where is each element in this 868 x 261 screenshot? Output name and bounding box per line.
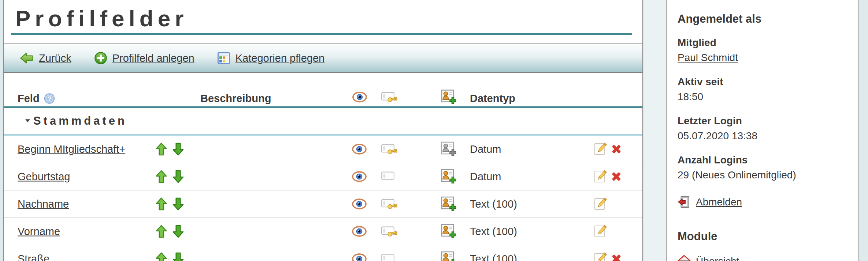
screen: Profilfelder Zurück Profilfeld anlegen K… (0, 0, 868, 261)
help-question-icon[interactable] (44, 93, 55, 104)
main-panel: Profilfelder Zurück Profilfeld anlegen K… (3, 0, 643, 261)
signup-person-add-icon[interactable] (441, 141, 456, 157)
edit-pencil-icon[interactable] (594, 252, 607, 261)
visibility-eye-icon[interactable] (352, 226, 368, 237)
edit-pencil-icon[interactable] (594, 197, 607, 211)
move-arrows (156, 252, 189, 261)
move-down-icon[interactable] (173, 170, 184, 183)
table-header-row: Feld Beschreibung Datentyp (4, 90, 642, 108)
visibility-eye-icon[interactable] (352, 198, 368, 210)
datatype-cell: Text (100) (470, 198, 517, 210)
last-login-value: 05.07.2020 13:38 (678, 128, 858, 143)
signup-person-add-icon (441, 90, 456, 105)
table-row: Nachname Text (100) (4, 190, 642, 218)
signup-person-add-icon[interactable] (441, 251, 456, 261)
move-arrows (156, 170, 189, 183)
column-header-visibility (352, 91, 368, 105)
move-up-icon[interactable] (156, 252, 167, 261)
delete-cross-icon[interactable] (611, 253, 622, 261)
active-since-value: 18:50 (678, 89, 858, 104)
user-name-link[interactable]: Paul Schmidt (678, 52, 738, 63)
visibility-eye-icon[interactable] (352, 171, 368, 182)
role-group: Mitglied Paul Schmidt (678, 35, 858, 65)
field-link[interactable]: Beginn MItgliedschaft+ (18, 143, 125, 155)
create-profile-field-link[interactable]: Profilfeld anlegen (112, 52, 194, 64)
title-block: Profilfelder (4, 0, 642, 35)
field-link[interactable]: Nachname (18, 198, 69, 210)
logged-in-heading: Angemeldet als (678, 12, 858, 26)
visibility-eye-icon[interactable] (352, 253, 368, 261)
edit-pencil-icon[interactable] (594, 143, 607, 156)
move-up-icon[interactable] (156, 143, 167, 156)
feld-header-label: Feld (18, 92, 40, 105)
delete-cross-icon[interactable] (611, 171, 622, 182)
editable-key-icon[interactable] (381, 226, 398, 238)
add-plus-icon (94, 52, 107, 65)
back-link[interactable]: Zurück (39, 52, 71, 64)
table-row: Beginn MItgliedschaft+ Datum (4, 136, 642, 163)
visibility-eye-icon[interactable] (352, 144, 368, 155)
login-count-value: 29 (Neues Onlinemitglied) (678, 167, 858, 182)
module-overview-link[interactable]: Übersicht (696, 256, 739, 261)
editable-key-icon[interactable] (381, 143, 398, 155)
page-title: Profilfelder (15, 8, 642, 29)
toolbar-item-back[interactable]: Zurück (20, 51, 71, 65)
sidebar: Angemeldet als Mitglied Paul Schmidt Akt… (666, 0, 859, 261)
move-down-icon[interactable] (173, 143, 184, 156)
category-row-stammdaten[interactable]: Stammdaten (4, 108, 642, 136)
logout-row[interactable]: Abmelden (678, 196, 858, 209)
login-count-group: Anzahl Logins 29 (Neues Onlinemitglied) (678, 152, 858, 182)
login-count-label: Anzahl Logins (678, 152, 858, 167)
row-actions (594, 143, 626, 156)
datatype-cell: Datum (470, 143, 501, 155)
toolbar: Zurück Profilfeld anlegen Kategorien pfl… (4, 44, 642, 73)
table-row: Geburtstag Datum (4, 163, 642, 190)
visibility-eye-icon (352, 91, 367, 103)
field-link[interactable]: Straße (18, 253, 49, 261)
move-down-icon[interactable] (173, 225, 184, 238)
column-header-editable (381, 91, 398, 106)
profile-fields-table: Feld Beschreibung Datentyp Stammdaten Be… (4, 73, 642, 261)
editable-key-icon[interactable] (381, 253, 398, 261)
row-actions (594, 197, 626, 211)
delete-cross-icon[interactable] (611, 144, 622, 155)
datatype-cell: Text (100) (470, 253, 517, 261)
table-row: Vorname Text (100) (4, 218, 642, 245)
manage-categories-link[interactable]: Kategorien pflegen (235, 52, 324, 64)
title-underline (11, 33, 632, 35)
editable-key-icon (381, 91, 398, 103)
signup-person-add-icon[interactable] (441, 169, 456, 184)
caret-down-icon (25, 119, 30, 123)
field-link[interactable]: Vorname (18, 226, 60, 238)
column-header-datentyp: Datentyp (470, 92, 515, 105)
row-actions (594, 170, 626, 183)
editable-key-icon[interactable] (381, 198, 398, 210)
signup-person-add-icon[interactable] (441, 224, 456, 239)
role-label: Mitglied (678, 35, 858, 50)
edit-pencil-icon[interactable] (594, 225, 607, 238)
home-icon (678, 255, 691, 261)
row-actions (594, 252, 626, 261)
edit-pencil-icon[interactable] (594, 170, 607, 183)
back-arrow-icon (20, 51, 34, 65)
move-arrows (156, 143, 189, 156)
move-up-icon[interactable] (156, 170, 167, 183)
last-login-group: Letzter Login 05.07.2020 13:38 (678, 113, 858, 143)
datatype-cell: Datum (470, 171, 501, 183)
active-since-label: Aktiv seit (678, 74, 858, 89)
move-down-icon[interactable] (173, 197, 184, 211)
toolbar-item-manage-categories[interactable]: Kategorien pflegen (217, 52, 324, 65)
signup-person-add-icon[interactable] (441, 196, 456, 212)
editable-key-icon[interactable] (381, 171, 398, 183)
field-link[interactable]: Geburtstag (18, 171, 70, 183)
move-down-icon[interactable] (173, 252, 184, 261)
move-up-icon[interactable] (156, 225, 167, 238)
active-since-group: Aktiv seit 18:50 (678, 74, 858, 104)
column-header-beschreibung: Beschreibung (200, 92, 271, 105)
move-up-icon[interactable] (156, 197, 167, 211)
move-arrows (156, 197, 189, 211)
logout-link[interactable]: Abmelden (696, 196, 742, 208)
module-row-overview[interactable]: Übersicht (678, 255, 858, 261)
category-label: Stammdaten (33, 114, 127, 128)
toolbar-item-create-profile-field[interactable]: Profilfeld anlegen (94, 52, 194, 65)
